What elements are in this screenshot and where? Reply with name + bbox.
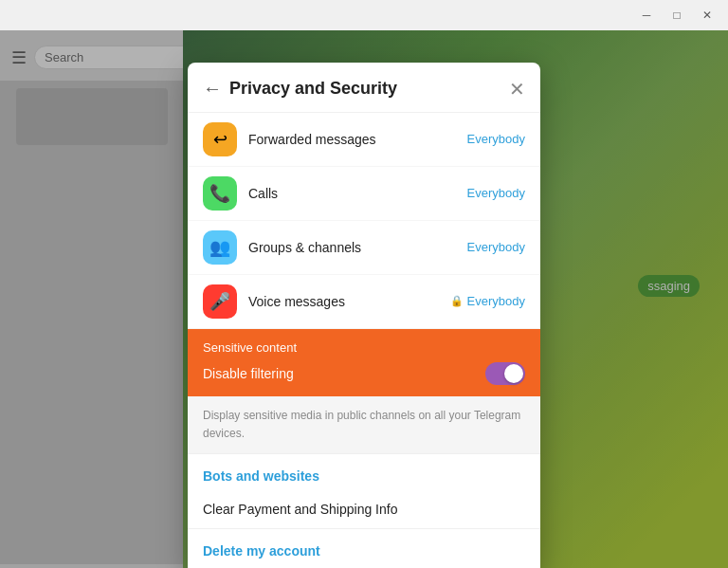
clear-payment-item[interactable]: Clear Payment and Shipping Info [188, 490, 540, 529]
toggle-knob [504, 364, 523, 383]
calls-icon: 📞 [203, 176, 237, 211]
dialog-header: ← Privacy and Security ✕ [188, 63, 540, 113]
sensitive-title: Sensitive content [203, 340, 525, 355]
disable-filtering-toggle[interactable] [485, 362, 525, 385]
clear-payment-label: Clear Payment and Shipping Info [203, 502, 397, 517]
calls-label: Calls [248, 186, 467, 201]
groups-icon: 👥 [203, 230, 237, 265]
forwarded-label: Forwarded messages [248, 132, 467, 147]
bots-section-header: Bots and websites [188, 454, 540, 490]
privacy-item-calls[interactable]: 📞 Calls Everybody [188, 167, 540, 221]
sensitive-content-section: Sensitive content Disable filtering [188, 329, 540, 396]
sensitive-toggle-label: Disable filtering [203, 366, 294, 381]
forwarded-icon: ↩ [203, 122, 237, 156]
bots-header-text: Bots and websites [203, 468, 319, 484]
lock-icon: 🔒 [450, 295, 464, 307]
forwarded-value: Everybody [467, 132, 525, 146]
if-away-item[interactable]: If away for... 6 months [188, 565, 540, 569]
delete-header-text: Delete my account [203, 543, 320, 559]
dialog-close-button[interactable]: ✕ [509, 78, 525, 101]
title-bar-controls: ─ □ ✕ [633, 5, 720, 26]
dialog-body: ↩ Forwarded messages Everybody 📞 Calls E… [188, 113, 540, 569]
modal-overlay: ← Privacy and Security ✕ ↩ Forwarded mes… [0, 30, 728, 568]
maximize-button[interactable]: □ [664, 5, 690, 26]
voice-icon: 🎤 [203, 284, 237, 319]
close-button[interactable]: ✕ [694, 5, 720, 26]
back-button[interactable]: ← [203, 78, 229, 100]
title-bar: ─ □ ✕ [0, 0, 728, 30]
groups-label: Groups & channels [248, 240, 467, 255]
privacy-item-forwarded[interactable]: ↩ Forwarded messages Everybody [188, 113, 540, 167]
sensitive-toggle-row: Disable filtering [203, 362, 525, 389]
privacy-item-groups[interactable]: 👥 Groups & channels Everybody [188, 221, 540, 275]
privacy-security-dialog: ← Privacy and Security ✕ ↩ Forwarded mes… [188, 63, 540, 569]
minimize-button[interactable]: ─ [633, 5, 660, 26]
calls-value: Everybody [467, 186, 525, 200]
voice-label: Voice messages [248, 294, 450, 309]
groups-value: Everybody [467, 240, 525, 254]
sensitive-description: Display sensitive media in public channe… [188, 396, 540, 454]
privacy-item-voice[interactable]: 🎤 Voice messages 🔒 Everybody [188, 275, 540, 329]
dialog-title: Privacy and Security [229, 79, 509, 99]
delete-section-header: Delete my account [188, 529, 540, 565]
sensitive-desc-text: Display sensitive media in public channe… [203, 409, 520, 440]
voice-value: 🔒 Everybody [450, 294, 525, 308]
